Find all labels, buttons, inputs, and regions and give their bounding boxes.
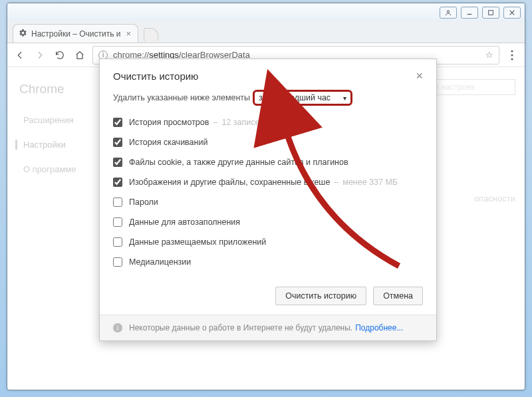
- home-icon: [74, 50, 85, 61]
- time-range-select[interactable]: за прошедший час ▾: [253, 90, 352, 106]
- overflow-menu-button[interactable]: [505, 48, 519, 63]
- clear-option-checkbox[interactable]: [113, 138, 122, 147]
- bookmark-star-icon[interactable]: ☆: [485, 50, 493, 60]
- maximize-icon: [487, 9, 494, 16]
- clear-option-row: История просмотров – 12 записей: [113, 112, 423, 132]
- forward-button[interactable]: [33, 48, 47, 63]
- sidebar-item-settings[interactable]: Настройки: [15, 140, 107, 150]
- back-button[interactable]: [13, 48, 27, 63]
- time-range-label: Удалить указанные ниже элементы: [113, 93, 250, 102]
- reload-icon: [55, 50, 65, 61]
- clear-option-label: Файлы cookie, а также другие данные сайт…: [129, 158, 348, 167]
- clear-option-checkbox[interactable]: [113, 237, 122, 247]
- chevron-down-icon: ▾: [343, 94, 346, 102]
- kebab-icon: [511, 50, 513, 61]
- clear-option-row: Файлы cookie, а также другие данные сайт…: [113, 152, 423, 172]
- clear-option-label: Данные для автозаполнения: [129, 217, 240, 227]
- sidebar-item-about[interactable]: О программе: [19, 164, 107, 174]
- clear-option-checkbox[interactable]: [113, 257, 122, 267]
- svg-point-6: [511, 54, 513, 56]
- clear-option-suffix: 12 записей: [221, 118, 264, 127]
- time-range-value: за прошедший час: [259, 93, 331, 102]
- time-range-row: Удалить указанные ниже элементы за проше…: [113, 90, 423, 106]
- clear-option-checkbox[interactable]: [113, 217, 122, 227]
- os-titlebar: [7, 3, 525, 22]
- clear-option-label: Данные размещаемых приложений: [129, 237, 266, 247]
- dialog-body: Удалить указанные ниже элементы за проше…: [100, 88, 436, 280]
- sidebar-item-extensions[interactable]: Расширения: [19, 115, 107, 125]
- clear-option-row: Медиалицензии: [113, 252, 423, 272]
- tab-close-button[interactable]: ×: [126, 29, 131, 39]
- clear-option-checkbox[interactable]: [113, 158, 122, 167]
- svg-rect-2: [489, 11, 493, 15]
- confirm-button[interactable]: Очистить историю: [275, 287, 366, 305]
- home-button[interactable]: [72, 48, 87, 63]
- arrow-right-icon: [35, 50, 45, 61]
- minimize-button[interactable]: [461, 7, 478, 19]
- clear-option-checkbox[interactable]: [113, 178, 122, 187]
- cancel-button[interactable]: Отмена: [373, 287, 423, 305]
- clear-option-row: Изображения и другие файлы, сохраненные …: [113, 172, 423, 192]
- minimize-icon: [466, 9, 473, 16]
- close-window-button[interactable]: [503, 7, 521, 19]
- info-icon: i: [113, 323, 122, 332]
- clear-option-label: История просмотров: [129, 118, 209, 127]
- clear-option-label: Изображения и другие файлы, сохраненные …: [129, 178, 330, 187]
- dialog-footer: i Некоторые данные о работе в Интернете …: [100, 315, 436, 340]
- dialog-title: Очистить историю: [113, 70, 198, 82]
- new-tab-button[interactable]: [144, 28, 158, 41]
- svg-point-7: [511, 58, 513, 60]
- tabstrip: Настройки – Очистить и ×: [7, 22, 525, 43]
- user-button[interactable]: [440, 7, 457, 19]
- faded-section-text: опасности: [474, 194, 515, 203]
- dialog-close-button[interactable]: ×: [416, 70, 423, 82]
- clear-options-list: История просмотров – 12 записейИстория с…: [113, 112, 423, 272]
- clear-option-label: Пароли: [129, 198, 158, 207]
- tab-title: Настройки – Очистить и: [31, 29, 120, 39]
- reload-button[interactable]: [53, 48, 67, 63]
- brand-label: Chrome: [19, 82, 107, 96]
- arrow-left-icon: [15, 50, 25, 61]
- clear-option-row: Пароли: [113, 192, 423, 212]
- svg-point-0: [447, 11, 449, 13]
- clear-option-checkbox[interactable]: [113, 118, 122, 127]
- user-icon: [445, 9, 452, 16]
- close-icon: [509, 9, 515, 16]
- maximize-button[interactable]: [482, 7, 499, 19]
- clear-option-row: История скачиваний: [113, 132, 423, 152]
- svg-point-5: [511, 50, 513, 52]
- dialog-header: Очистить историю ×: [100, 59, 436, 88]
- settings-sidebar: Chrome Расширения Настройки О программе: [7, 67, 107, 390]
- clear-option-checkbox[interactable]: [113, 198, 122, 207]
- dialog-actions: Очистить историю Отмена: [100, 280, 436, 315]
- clear-option-suffix: менее 337 МБ: [342, 178, 398, 187]
- clear-option-label: История скачиваний: [129, 138, 207, 147]
- clear-option-row: Данные для автозаполнения: [113, 212, 423, 232]
- gear-icon: [19, 29, 27, 39]
- clear-history-dialog: Очистить историю × Удалить указанные ниж…: [99, 59, 437, 341]
- tab-settings[interactable]: Настройки – Очистить и ×: [13, 24, 138, 43]
- clear-option-row: Данные размещаемых приложений: [113, 232, 423, 252]
- learn-more-link[interactable]: Подробнее...: [355, 323, 403, 332]
- footer-text: Некоторые данные о работе в Интернете не…: [129, 323, 352, 332]
- clear-option-label: Медиалицензии: [129, 257, 191, 267]
